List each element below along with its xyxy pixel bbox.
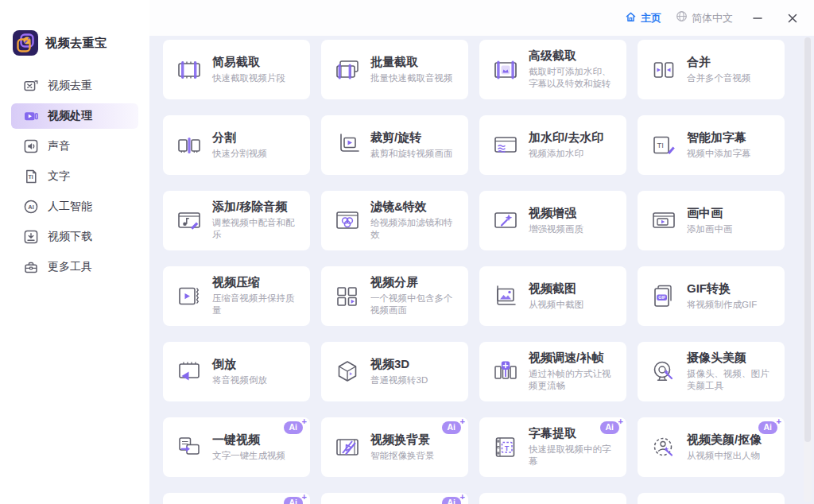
sidebar-item-label: 更多工具: [48, 260, 92, 274]
tool-card-subtitle: 摄像头、视频、图片美颜工具: [687, 368, 777, 393]
tool-card-subtitle: 将音视频倒放: [212, 374, 267, 387]
tool-card-subtitle: 快速分割视频: [212, 148, 267, 161]
tool-card-title: 视频换背景: [370, 432, 430, 446]
film-clip-icon: [175, 56, 204, 84]
video-screenshot-icon: [491, 282, 520, 311]
tool-card-subtitle: 普通视频转3D: [370, 374, 428, 387]
tool-card-title: 倒放: [212, 357, 236, 370]
tool-card[interactable]: 合并 合并多个音视频: [638, 40, 785, 99]
reverse-play-icon: [175, 358, 204, 386]
sidebar-item-label: 视频去重: [48, 79, 92, 93]
tool-card-title: 添加/移除音频: [212, 200, 287, 213]
tool-card[interactable]: 加水印/去水印 视频添加水印: [479, 115, 626, 175]
tool-card-title: 加水印/去水印: [529, 130, 603, 144]
tool-card-title: 视频美颜/抠像: [687, 432, 762, 446]
sidebar-item-6[interactable]: 视频下载: [11, 224, 138, 250]
tool-card[interactable]: Ai+: [321, 493, 468, 504]
sidebar-item-3[interactable]: 声音: [11, 134, 138, 159]
tool-card-title: 合并: [687, 55, 711, 68]
ai-badge-plus: +: [460, 417, 465, 427]
tool-card[interactable]: 视频3D 普通视频转3D: [321, 342, 468, 401]
tool-card[interactable]: [638, 493, 785, 504]
download-icon: [23, 229, 39, 245]
tool-card[interactable]: 简易截取 快速截取视频片段: [163, 40, 310, 99]
ai-badge: Ai+: [284, 421, 304, 434]
main-column: 主页 简体中文 简易截取 快速截取视频片段 批量截取: [149, 0, 814, 504]
tool-card[interactable]: TI 智能加字幕 视频中添加字幕: [638, 115, 785, 175]
sidebar-item-1[interactable]: 视频去重: [11, 73, 138, 99]
language-selector[interactable]: 简体中文: [676, 10, 733, 25]
gif-convert-icon: GIF: [649, 282, 678, 311]
tool-card[interactable]: 摄像头美颜 摄像头、视频、图片美颜工具: [638, 342, 785, 401]
tool-card-subtitle: 调整视频中配音和配乐: [212, 217, 302, 242]
tool-card-subtitle: 增强视频画质: [529, 223, 583, 236]
crop-rotate-icon: [333, 131, 362, 160]
sidebar-item-2[interactable]: 视频处理: [11, 103, 138, 129]
webcam-beauty-icon: [649, 358, 678, 386]
tool-card[interactable]: 画中画 添加画中画: [638, 191, 785, 250]
tool-card-title: 分割: [212, 130, 236, 144]
tool-card[interactable]: 视频截图 从视频中截图: [479, 266, 626, 326]
tool-card-subtitle: 视频中添加字幕: [687, 148, 751, 161]
tool-card-title: 简易截取: [212, 55, 260, 68]
sidebar-item-label: 人工智能: [48, 200, 92, 214]
tool-card[interactable]: 分割 快速分割视频: [163, 115, 310, 175]
home-button[interactable]: 主页: [625, 10, 661, 25]
tool-card[interactable]: 滤镜&特效 给视频添加滤镜和特效: [321, 191, 468, 250]
tool-card[interactable]: 添加/移除音频 调整视频中配音和配乐: [163, 191, 310, 250]
tool-card[interactable]: 批量截取 批量快速截取音视频: [321, 40, 468, 99]
tool-card-title: 视频3D: [370, 357, 409, 370]
beauty-matting-icon: [649, 433, 678, 462]
ai-badge-plus: +: [618, 417, 623, 427]
sound-icon: [23, 138, 39, 154]
tool-card-subtitle: 给视频添加滤镜和特效: [370, 217, 460, 242]
tool-card[interactable]: T 字幕提取 快速提取视频中的字幕 Ai+: [479, 417, 626, 477]
tool-card[interactable]: 视频压缩 压缩音视频并保持质量: [163, 266, 310, 326]
tool-card[interactable]: [479, 493, 626, 504]
minimize-button[interactable]: [747, 8, 768, 29]
tool-card[interactable]: 视频美颜/抠像 从视频中抠出人物 Ai+: [638, 417, 785, 477]
tool-card-subtitle: 将视频制作成GIF: [687, 299, 757, 312]
tool-card[interactable]: 裁剪/旋转 裁剪和旋转视频画面: [321, 115, 468, 175]
tool-card-subtitle: 快速截取视频片段: [212, 72, 285, 85]
ai-badge-plus: +: [460, 492, 465, 502]
tool-card-subtitle: 压缩音视频并保持质量: [212, 293, 302, 317]
tool-card[interactable]: 一键视频 文字一键生成视频 Ai+: [163, 417, 310, 477]
cube-3d-icon: [333, 358, 362, 386]
tool-card-subtitle: 快速提取视频中的字幕: [529, 444, 618, 468]
scrollbar-thumb[interactable]: [804, 37, 811, 442]
split-screen-icon: [333, 282, 362, 311]
speed-frame-icon: [491, 358, 520, 386]
tool-card-title: 智能加字幕: [687, 130, 746, 144]
tools-grid: 简易截取 快速截取视频片段 批量截取 批量快速截取音视频 高级截取 截取时可添加…: [163, 40, 786, 504]
svg-text:T: T: [505, 444, 510, 452]
ai-badge-plus: +: [302, 417, 307, 427]
merge-icon: [649, 56, 678, 84]
tool-card-subtitle: 从视频中截图: [529, 299, 583, 312]
tool-card[interactable]: 视频换背景 智能抠像换背景 Ai+: [321, 417, 468, 477]
tool-card[interactable]: 视频调速/补帧 通过补帧的方式让视频更流畅: [479, 342, 626, 401]
tool-card[interactable]: GIF GIF转换 将视频制作成GIF: [638, 266, 785, 326]
svg-text:TI: TI: [657, 141, 664, 149]
close-button[interactable]: [782, 8, 803, 29]
sidebar-item-4[interactable]: TI 文字: [11, 164, 138, 189]
tool-card-title: 高级截取: [529, 48, 576, 62]
tool-card-title: 视频调速/补帧: [529, 351, 603, 364]
tool-card[interactable]: Ai+: [163, 493, 310, 504]
tool-card[interactable]: 倒放 将音视频倒放: [163, 342, 310, 401]
tool-card[interactable]: 视频增强 增强视频画质: [479, 191, 626, 250]
tool-card-title: 视频增强: [529, 206, 576, 219]
smart-subtitle-icon: TI: [649, 131, 678, 160]
svg-text:AI: AI: [28, 204, 34, 211]
subtitle-extract-icon: T: [491, 433, 520, 462]
sidebar-item-label: 文字: [48, 169, 70, 184]
app-window: 视频去重宝 视频去重 视频处理 声音 TI 文字 AI 人工智能 视频下载 更多…: [0, 0, 814, 504]
language-label: 简体中文: [692, 11, 733, 25]
tool-card-title: 视频分屏: [370, 275, 418, 289]
sidebar-item-5[interactable]: AI 人工智能: [11, 194, 138, 219]
sidebar-item-7[interactable]: 更多工具: [11, 254, 138, 280]
tool-card[interactable]: 高级截取 截取时可添加水印、字幕以及特效和旋转: [479, 40, 626, 99]
globe-icon: [676, 10, 688, 25]
tool-card[interactable]: 视频分屏 一个视频中包含多个视频画面: [321, 266, 468, 326]
scrollbar[interactable]: [804, 37, 812, 502]
